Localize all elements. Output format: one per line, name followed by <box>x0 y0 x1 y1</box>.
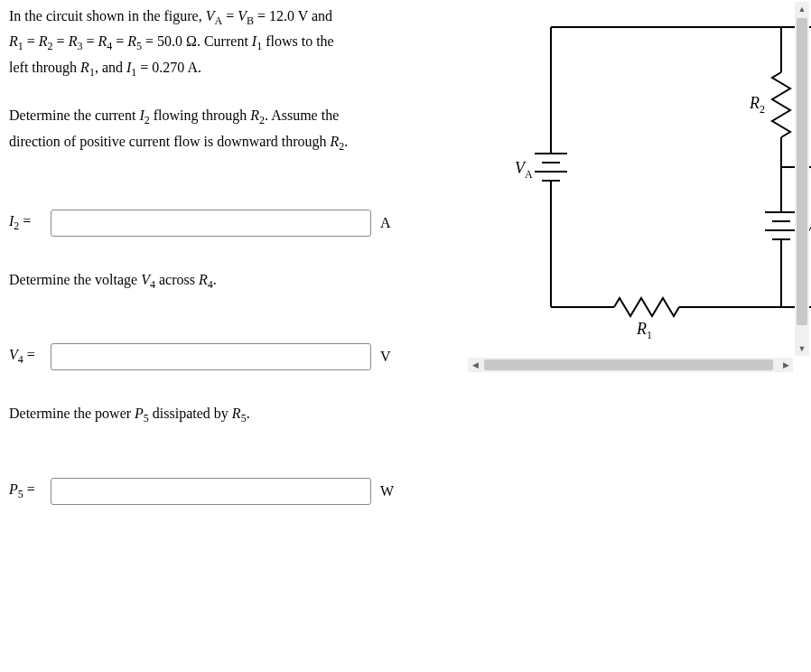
sub: B <box>247 14 254 27</box>
circuit-figure-panel: VA VB R1 R2 R3 R4 R5 <box>461 0 811 357</box>
var-R1: R <box>9 33 18 49</box>
input-I2[interactable] <box>51 210 371 237</box>
scroll-left-arrow-icon[interactable]: ◀ <box>468 358 482 372</box>
var-P5: P <box>135 406 144 421</box>
text: = <box>23 33 39 49</box>
unit-W: W <box>380 483 394 499</box>
scroll-thumb-horiz[interactable] <box>484 359 773 370</box>
input-P5[interactable] <box>51 478 371 505</box>
text: = <box>82 33 98 49</box>
var-V4: V <box>141 272 150 287</box>
text: . <box>213 272 217 287</box>
label-VA: VA <box>515 159 533 181</box>
text: across <box>155 272 199 287</box>
scroll-thumb-vert[interactable] <box>797 18 807 325</box>
text: = <box>222 8 238 23</box>
vertical-scrollbar-visible[interactable]: ▲ ▼ <box>795 2 809 356</box>
label-R2: R2 <box>749 94 765 116</box>
text: , and <box>95 60 126 75</box>
label-R1: R1 <box>636 320 652 341</box>
text: direction of positive current flow is do… <box>9 134 330 149</box>
text: . <box>344 134 348 149</box>
var-R3: R <box>69 33 78 49</box>
circuit-diagram: VA VB R1 R2 R3 R4 R5 <box>470 18 811 352</box>
eq: = <box>23 347 35 362</box>
text: Determine the power <box>9 406 135 421</box>
label-V4: V4 = <box>9 347 43 367</box>
var-R1: R <box>80 60 89 75</box>
text: = <box>112 33 127 49</box>
problem-statement: In the circuit shown in the figure, VA =… <box>9 5 406 81</box>
var-R4: R <box>98 33 107 49</box>
var: V <box>9 347 18 362</box>
var-R2: R <box>250 107 259 123</box>
var-R4: R <box>199 272 208 287</box>
text: = 12.0 V and <box>254 8 332 23</box>
scroll-up-arrow-icon[interactable]: ▲ <box>795 2 809 16</box>
answer-row-P5: P5 = W <box>9 478 406 505</box>
text: Determine the voltage <box>9 272 141 287</box>
var-R2: R <box>330 134 339 149</box>
text: . Assume the <box>265 107 339 123</box>
var-R5: R <box>127 33 136 49</box>
var-VA: V <box>206 8 215 23</box>
text: In the circuit shown in the figure, <box>9 8 206 23</box>
unit-V: V <box>380 349 391 365</box>
text: dissipated by <box>149 406 232 421</box>
text: flows to the <box>262 33 334 49</box>
text: left through <box>9 60 80 75</box>
scroll-right-arrow-icon[interactable]: ▶ <box>778 358 793 372</box>
text: . <box>247 406 250 421</box>
input-V4[interactable] <box>51 343 371 370</box>
question-1: Determine the current I2 flowing through… <box>9 104 406 155</box>
label-I2: I2 = <box>9 213 43 233</box>
label-P5: P5 = <box>9 481 43 501</box>
var-VB: V <box>238 8 247 23</box>
text: Determine the current <box>9 107 139 123</box>
unit-A: A <box>380 215 391 231</box>
var: P <box>9 481 18 497</box>
eq: = <box>19 213 31 229</box>
answer-row-V4: V4 = V <box>9 343 406 370</box>
text: flowing through <box>150 107 251 123</box>
scroll-down-arrow-icon[interactable]: ▼ <box>795 341 809 356</box>
sub: A <box>215 14 223 27</box>
var-R2: R <box>39 33 48 49</box>
question-2: Determine the voltage V4 across R4. <box>9 268 406 294</box>
answer-row-I2: I2 = A <box>9 210 406 237</box>
text: = <box>53 33 69 49</box>
horizontal-scrollbar[interactable]: ◀ ▶ <box>468 358 793 372</box>
text: = 50.0 Ω. Current <box>142 33 252 49</box>
text: = 0.270 A. <box>136 60 201 75</box>
problem-content: In the circuit shown in the figure, VA =… <box>9 5 406 537</box>
question-3: Determine the power P5 dissipated by R5. <box>9 402 406 427</box>
eq: = <box>23 481 35 497</box>
var-R5: R <box>232 406 241 421</box>
